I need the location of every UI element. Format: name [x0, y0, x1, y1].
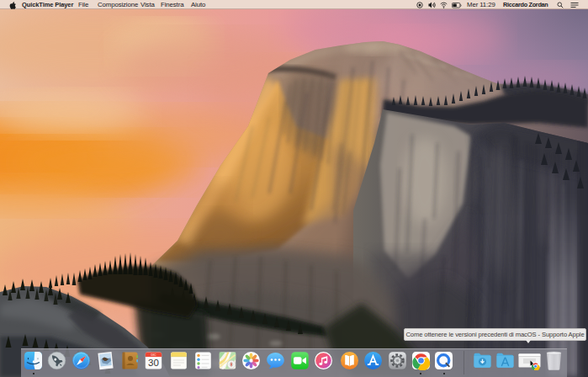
svg-text:30: 30: [148, 358, 159, 368]
svg-text:DIC: DIC: [151, 353, 156, 357]
